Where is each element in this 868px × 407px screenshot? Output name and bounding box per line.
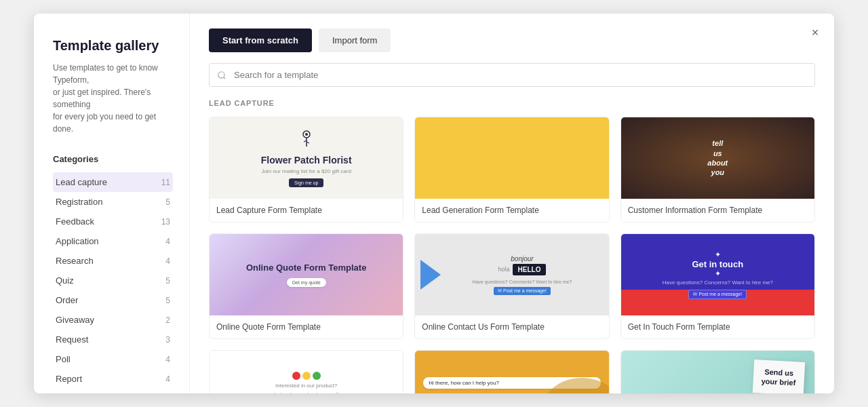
play-arrow-icon	[420, 260, 441, 290]
touch-arrows-right: ✦	[715, 269, 721, 278]
template-card-lead-gen[interactable]: Lead Generation Form Template	[414, 117, 609, 222]
template-thumb-get-in-touch: ✦ Get in touch ✦ Have questions? Concern…	[621, 234, 814, 315]
category-count: 2	[165, 315, 170, 325]
section-label: LEAD CAPTURE	[209, 99, 815, 107]
template-card-customer-info[interactable]: tellusaboutyou Customer Information Form…	[620, 117, 815, 222]
sidebar: Template gallery Use templates to get to…	[34, 14, 190, 393]
template-card-bottom3[interactable]: Send usyour brief Send Us Your Brief Tem…	[620, 350, 815, 393]
search-bar	[190, 63, 834, 95]
category-count: 13	[161, 217, 170, 227]
florist-cta: Sign me up	[289, 178, 323, 187]
bottom1-question: Interested in our product?	[275, 383, 337, 389]
main-content: Start from scratch Import form LEAD CAPT…	[190, 14, 834, 393]
category-name: Poll	[56, 354, 71, 364]
category-name: Request	[56, 334, 88, 345]
dot-green	[313, 372, 321, 380]
templates-area: LEAD CAPTURE	[190, 95, 834, 393]
template-thumb-lead-gen	[415, 117, 608, 199]
sidebar-item-other[interactable]: Other 33	[53, 389, 173, 393]
svg-line-1	[224, 77, 226, 79]
category-name: Research	[56, 256, 94, 266]
contact-card: bonjour hola HELLO Have questions? Comme…	[415, 234, 608, 315]
dots-logo	[292, 372, 321, 380]
touch-btn: ✉ Post me a message!	[688, 290, 747, 299]
sidebar-item-request[interactable]: Request 3	[53, 330, 173, 349]
contact-text-group: bonjour hola HELLO Have questions? Comme…	[473, 255, 572, 295]
templates-grid: Flower Patch Florist Join our mailing li…	[209, 117, 815, 393]
template-name-contact-us: Online Contact Us Form Template	[415, 315, 608, 338]
search-input-wrap	[209, 63, 815, 87]
category-count: 5	[165, 296, 170, 305]
search-icon	[217, 71, 226, 80]
category-name: Report	[56, 374, 82, 384]
category-count: 5	[165, 197, 170, 207]
quote-title: Online Quote Form Template	[246, 263, 366, 274]
category-count: 4	[165, 355, 170, 364]
sidebar-item-report[interactable]: Report 4	[53, 369, 173, 389]
sidebar-item-application[interactable]: Application 4	[53, 231, 173, 251]
dot-red	[292, 372, 300, 380]
template-thumb-bottom3: Send usyour brief	[621, 351, 814, 393]
template-card-lead-capture[interactable]: Flower Patch Florist Join our mailing li…	[209, 117, 403, 222]
category-count: 4	[165, 256, 170, 266]
template-thumb-bottom2: Hi there, how can I help you? Start	[415, 351, 608, 393]
dot-yellow	[302, 372, 311, 380]
contact-bonjour: bonjour	[511, 255, 533, 263]
category-name: Feedback	[56, 216, 94, 227]
category-name: Order	[56, 295, 78, 305]
template-name-online-quote: Online Quote Form Template	[210, 315, 403, 338]
category-list: Lead capture 11 Registration 5 Feedback …	[53, 172, 173, 393]
sidebar-item-poll[interactable]: Poll 4	[53, 349, 173, 369]
close-button[interactable]: ×	[806, 23, 825, 42]
bottom1-subtext: Let us know about yourself	[274, 391, 338, 394]
customer-card: tellusaboutyou	[621, 117, 814, 199]
template-card-bottom1[interactable]: Interested in our product? Let us know a…	[209, 350, 403, 393]
template-card-bottom2[interactable]: Hi there, how can I help you? Start Chat…	[414, 350, 609, 393]
template-name-lead-capture: Lead Capture Form Template	[210, 199, 403, 222]
sidebar-item-order[interactable]: Order 5	[53, 290, 173, 310]
template-card-online-quote[interactable]: Online Quote Form Template Get my quote …	[209, 233, 403, 339]
sidebar-item-feedback[interactable]: Feedback 13	[53, 212, 173, 231]
category-count: 3	[165, 335, 170, 345]
category-count: 4	[165, 374, 170, 384]
quote-card: Online Quote Form Template Get my quote	[210, 234, 403, 315]
sidebar-item-quiz[interactable]: Quiz 5	[53, 271, 173, 290]
contact-hola-hello: hola HELLO	[498, 263, 547, 277]
template-card-get-in-touch[interactable]: ✦ Get in touch ✦ Have questions? Concern…	[620, 233, 815, 339]
modal: × Template gallery Use templates to get …	[34, 14, 834, 393]
contact-sub: Have questions? Comments? Want to hire m…	[473, 279, 572, 284]
bottom1-card: Interested in our product? Let us know a…	[210, 351, 403, 393]
sidebar-item-research[interactable]: Research 4	[53, 251, 173, 271]
florist-icon	[298, 129, 315, 151]
touch-card: ✦ Get in touch ✦ Have questions? Concern…	[621, 234, 814, 315]
sidebar-item-lead-capture[interactable]: Lead capture 11	[53, 172, 173, 192]
template-card-contact-us[interactable]: bonjour hola HELLO Have questions? Comme…	[414, 233, 609, 339]
import-form-button[interactable]: Import form	[319, 28, 391, 52]
sidebar-item-registration[interactable]: Registration 5	[53, 192, 173, 212]
start-scratch-button[interactable]: Start from scratch	[209, 28, 312, 52]
category-name: Registration	[56, 197, 102, 207]
florist-title: Flower Patch Florist	[261, 155, 352, 166]
send-brief-card: Send usyour brief	[753, 360, 805, 393]
contact-hello: HELLO	[513, 264, 547, 275]
contact-hola: hola	[498, 266, 510, 273]
category-name: Quiz	[56, 275, 74, 286]
svg-point-0	[218, 71, 224, 77]
template-thumb-bottom1: Interested in our product? Let us know a…	[210, 351, 403, 393]
send-brief-text: Send usyour brief	[762, 367, 797, 388]
touch-sub: Have questions? Concerns? Want to hire m…	[656, 278, 780, 287]
search-input[interactable]	[209, 63, 815, 87]
categories-heading: Categories	[53, 154, 173, 164]
template-thumb-online-quote: Online Quote Form Template Get my quote	[210, 234, 403, 315]
touch-title: Get in touch	[684, 259, 751, 269]
template-thumb-customer-info: tellusaboutyou	[621, 117, 814, 199]
florist-card: Flower Patch Florist Join our mailing li…	[210, 117, 403, 199]
category-count: 11	[161, 178, 170, 187]
template-thumb-contact-us: bonjour hola HELLO Have questions? Comme…	[415, 234, 608, 315]
sidebar-title: Template gallery	[53, 38, 173, 54]
customer-overlay: tellusaboutyou	[702, 133, 733, 182]
category-name: Application	[56, 236, 99, 246]
template-name-lead-gen: Lead Generation Form Template	[415, 199, 608, 222]
sidebar-item-giveaway[interactable]: Giveaway 2	[53, 310, 173, 330]
category-name: Giveaway	[56, 315, 94, 325]
